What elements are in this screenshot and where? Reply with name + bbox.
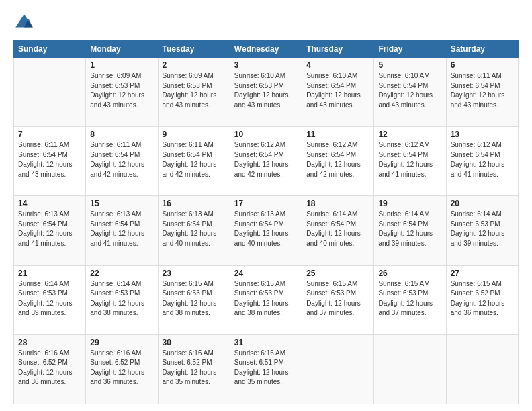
calendar-cell: 1Sunrise: 6:09 AM Sunset: 6:53 PM Daylig… — [86, 58, 158, 127]
day-info: Sunrise: 6:11 AM Sunset: 6:54 PM Dayligh… — [18, 140, 81, 179]
day-number: 17 — [234, 199, 298, 208]
day-info: Sunrise: 6:12 AM Sunset: 6:54 PM Dayligh… — [306, 140, 369, 179]
day-number: 5 — [378, 60, 441, 70]
weekday-header: Saturday — [446, 41, 518, 58]
day-info: Sunrise: 6:16 AM Sunset: 6:51 PM Dayligh… — [234, 349, 298, 387]
day-number: 23 — [163, 269, 226, 278]
calendar-cell: 7Sunrise: 6:11 AM Sunset: 6:54 PM Daylig… — [14, 127, 86, 196]
day-info: Sunrise: 6:16 AM Sunset: 6:52 PM Dayligh… — [90, 349, 153, 387]
day-number: 10 — [234, 130, 298, 139]
calendar-cell: 2Sunrise: 6:09 AM Sunset: 6:53 PM Daylig… — [158, 58, 230, 127]
calendar-cell: 15Sunrise: 6:13 AM Sunset: 6:54 PM Dayli… — [86, 196, 158, 265]
day-number: 9 — [163, 130, 226, 139]
day-number: 11 — [306, 130, 369, 139]
day-info: Sunrise: 6:09 AM Sunset: 6:53 PM Dayligh… — [163, 71, 226, 110]
calendar-cell: 16Sunrise: 6:13 AM Sunset: 6:54 PM Dayli… — [158, 196, 230, 265]
day-info: Sunrise: 6:12 AM Sunset: 6:54 PM Dayligh… — [234, 140, 298, 179]
calendar-cell: 5Sunrise: 6:10 AM Sunset: 6:54 PM Daylig… — [374, 58, 446, 127]
day-number: 31 — [234, 338, 298, 347]
day-info: Sunrise: 6:13 AM Sunset: 6:54 PM Dayligh… — [234, 210, 298, 248]
day-number: 27 — [451, 269, 514, 278]
calendar-cell — [374, 334, 446, 404]
day-number: 4 — [306, 60, 369, 70]
calendar-cell: 28Sunrise: 6:16 AM Sunset: 6:52 PM Dayli… — [14, 334, 86, 404]
calendar-cell: 19Sunrise: 6:14 AM Sunset: 6:54 PM Dayli… — [374, 196, 446, 265]
logo — [13, 12, 38, 34]
day-info: Sunrise: 6:10 AM Sunset: 6:53 PM Dayligh… — [234, 71, 298, 110]
day-info: Sunrise: 6:15 AM Sunset: 6:53 PM Dayligh… — [306, 279, 369, 318]
calendar-week-row: 28Sunrise: 6:16 AM Sunset: 6:52 PM Dayli… — [14, 334, 519, 404]
calendar-cell: 13Sunrise: 6:12 AM Sunset: 6:54 PM Dayli… — [446, 127, 518, 196]
day-number: 15 — [90, 199, 153, 208]
calendar-cell: 6Sunrise: 6:11 AM Sunset: 6:54 PM Daylig… — [446, 58, 518, 127]
day-number: 2 — [163, 60, 226, 70]
day-info: Sunrise: 6:14 AM Sunset: 6:54 PM Dayligh… — [306, 210, 369, 248]
calendar-week-row: 14Sunrise: 6:13 AM Sunset: 6:54 PM Dayli… — [14, 196, 519, 265]
day-number: 30 — [163, 338, 226, 347]
page: SundayMondayTuesdayWednesdayThursdayFrid… — [0, 0, 532, 411]
weekday-header: Wednesday — [230, 41, 302, 58]
day-number: 16 — [163, 199, 226, 208]
day-info: Sunrise: 6:12 AM Sunset: 6:54 PM Dayligh… — [451, 140, 514, 179]
day-info: Sunrise: 6:10 AM Sunset: 6:54 PM Dayligh… — [378, 71, 441, 110]
day-info: Sunrise: 6:14 AM Sunset: 6:54 PM Dayligh… — [378, 210, 441, 248]
day-number: 21 — [18, 269, 81, 278]
day-info: Sunrise: 6:09 AM Sunset: 6:53 PM Dayligh… — [90, 71, 153, 110]
calendar-week-row: 7Sunrise: 6:11 AM Sunset: 6:54 PM Daylig… — [14, 127, 519, 196]
calendar-cell: 31Sunrise: 6:16 AM Sunset: 6:51 PM Dayli… — [230, 334, 302, 404]
day-info: Sunrise: 6:13 AM Sunset: 6:54 PM Dayligh… — [90, 210, 153, 248]
header — [13, 12, 519, 34]
day-number: 8 — [90, 130, 153, 139]
calendar-cell: 29Sunrise: 6:16 AM Sunset: 6:52 PM Dayli… — [86, 334, 158, 404]
calendar-cell: 12Sunrise: 6:12 AM Sunset: 6:54 PM Dayli… — [374, 127, 446, 196]
day-info: Sunrise: 6:15 AM Sunset: 6:52 PM Dayligh… — [451, 279, 514, 318]
day-number: 22 — [90, 269, 153, 278]
day-number: 28 — [18, 338, 81, 347]
calendar-cell: 10Sunrise: 6:12 AM Sunset: 6:54 PM Dayli… — [230, 127, 302, 196]
weekday-header: Sunday — [14, 41, 86, 58]
day-info: Sunrise: 6:14 AM Sunset: 6:53 PM Dayligh… — [18, 279, 81, 318]
day-info: Sunrise: 6:11 AM Sunset: 6:54 PM Dayligh… — [90, 140, 153, 179]
logo-icon — [13, 12, 35, 34]
calendar-cell: 21Sunrise: 6:14 AM Sunset: 6:53 PM Dayli… — [14, 265, 86, 334]
day-number: 14 — [18, 199, 81, 208]
day-info: Sunrise: 6:15 AM Sunset: 6:53 PM Dayligh… — [163, 279, 226, 318]
calendar-cell: 25Sunrise: 6:15 AM Sunset: 6:53 PM Dayli… — [302, 265, 374, 334]
calendar-cell: 20Sunrise: 6:14 AM Sunset: 6:53 PM Dayli… — [446, 196, 518, 265]
calendar-cell: 4Sunrise: 6:10 AM Sunset: 6:54 PM Daylig… — [302, 58, 374, 127]
calendar-cell: 17Sunrise: 6:13 AM Sunset: 6:54 PM Dayli… — [230, 196, 302, 265]
calendar-cell: 14Sunrise: 6:13 AM Sunset: 6:54 PM Dayli… — [14, 196, 86, 265]
weekday-header: Friday — [374, 41, 446, 58]
calendar-cell: 11Sunrise: 6:12 AM Sunset: 6:54 PM Dayli… — [302, 127, 374, 196]
day-number: 19 — [378, 199, 441, 208]
day-info: Sunrise: 6:14 AM Sunset: 6:53 PM Dayligh… — [451, 210, 514, 248]
calendar-cell: 24Sunrise: 6:15 AM Sunset: 6:53 PM Dayli… — [230, 265, 302, 334]
weekday-header: Tuesday — [158, 41, 230, 58]
day-info: Sunrise: 6:12 AM Sunset: 6:54 PM Dayligh… — [378, 140, 441, 179]
calendar-cell — [14, 58, 86, 127]
calendar-cell: 3Sunrise: 6:10 AM Sunset: 6:53 PM Daylig… — [230, 58, 302, 127]
day-number: 18 — [306, 199, 369, 208]
day-info: Sunrise: 6:16 AM Sunset: 6:52 PM Dayligh… — [163, 349, 226, 387]
day-number: 3 — [234, 60, 298, 70]
calendar-cell — [302, 334, 374, 404]
day-number: 24 — [234, 269, 298, 278]
day-number: 1 — [90, 60, 153, 70]
day-number: 26 — [378, 269, 441, 278]
calendar-cell: 27Sunrise: 6:15 AM Sunset: 6:52 PM Dayli… — [446, 265, 518, 334]
day-info: Sunrise: 6:14 AM Sunset: 6:53 PM Dayligh… — [90, 279, 153, 318]
calendar-table: SundayMondayTuesdayWednesdayThursdayFrid… — [13, 40, 519, 404]
day-info: Sunrise: 6:15 AM Sunset: 6:53 PM Dayligh… — [378, 279, 441, 318]
day-info: Sunrise: 6:11 AM Sunset: 6:54 PM Dayligh… — [163, 140, 226, 179]
day-info: Sunrise: 6:10 AM Sunset: 6:54 PM Dayligh… — [306, 71, 369, 110]
day-number: 29 — [90, 338, 153, 347]
day-info: Sunrise: 6:15 AM Sunset: 6:53 PM Dayligh… — [234, 279, 298, 318]
calendar-cell: 23Sunrise: 6:15 AM Sunset: 6:53 PM Dayli… — [158, 265, 230, 334]
calendar-cell: 22Sunrise: 6:14 AM Sunset: 6:53 PM Dayli… — [86, 265, 158, 334]
day-number: 6 — [451, 60, 514, 70]
day-info: Sunrise: 6:16 AM Sunset: 6:52 PM Dayligh… — [18, 349, 81, 387]
calendar-cell — [446, 334, 518, 404]
calendar-cell: 18Sunrise: 6:14 AM Sunset: 6:54 PM Dayli… — [302, 196, 374, 265]
calendar-cell: 9Sunrise: 6:11 AM Sunset: 6:54 PM Daylig… — [158, 127, 230, 196]
weekday-header-row: SundayMondayTuesdayWednesdayThursdayFrid… — [14, 41, 519, 58]
